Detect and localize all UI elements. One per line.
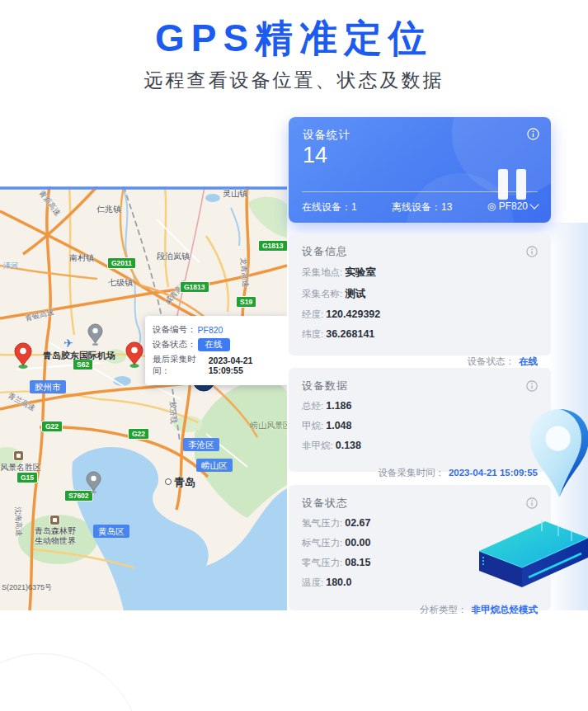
target-icon: ◎ bbox=[487, 200, 496, 212]
collect-time-value: 2023-04-21 15:09:55 bbox=[449, 468, 538, 478]
panel-title: 设备数据 bbox=[302, 379, 348, 393]
field-row: 经度:120.429392 bbox=[302, 308, 538, 321]
gray-pin-marker[interactable] bbox=[87, 323, 103, 346]
pause-icon[interactable] bbox=[498, 169, 526, 200]
basemap-graphic bbox=[0, 186, 287, 610]
info-icon[interactable] bbox=[527, 128, 539, 140]
field-row: 纬度:36.268141 bbox=[302, 328, 538, 341]
panel-footer: 设备状态：在线 bbox=[302, 348, 538, 368]
field-row: 总烃:1.186 bbox=[302, 400, 538, 412]
device-popup: 设备编号： PF820 设备状态： 在线 最后采集时间： 2023-04-21 … bbox=[145, 316, 287, 385]
device-status-value: 在线 bbox=[519, 356, 538, 366]
popup-device-no-row: 设备编号： PF820 bbox=[153, 324, 281, 336]
popup-device-no-label: 设备编号： bbox=[153, 324, 196, 336]
field-row: 采集地点:实验室 bbox=[302, 266, 538, 280]
field-row: 非甲烷:0.138 bbox=[302, 440, 538, 452]
panel-footer: 设备采集时间：2023-04-21 15:09:55 bbox=[302, 459, 538, 479]
panel-title: 设备信息 bbox=[302, 244, 348, 259]
red-pin-marker[interactable] bbox=[14, 342, 32, 369]
device-info-panel: 设备信息 采集地点:实验室 采集名称:测试 经度:120.429392 纬度:3… bbox=[289, 233, 551, 356]
panel-title: 设备状态 bbox=[302, 496, 348, 511]
info-icon[interactable] bbox=[526, 380, 538, 392]
popup-time-value: 2023-04-21 15:09:55 bbox=[209, 356, 281, 375]
zoo-poi-icon bbox=[49, 515, 60, 525]
device-data-panel: 设备数据 总烃:1.186 甲烷:1.048 非甲烷:0.138 设备采集时间：… bbox=[289, 368, 551, 472]
field-row: 甲烷:1.048 bbox=[302, 420, 538, 432]
card-divider bbox=[302, 191, 538, 192]
map-canvas[interactable]: 青新高速 青银高速 威青高速 龙青高速 青兰高速 沈海高速 胶济线 仁兆镇 南村… bbox=[0, 186, 287, 610]
field-row: 采集名称:测试 bbox=[302, 287, 538, 301]
stats-footer: 在线设备：1 离线设备：13 ◎ PF820 bbox=[302, 200, 538, 214]
background-arc bbox=[0, 653, 142, 711]
popup-time-row: 最后采集时间： 2023-04-21 15:09:55 bbox=[153, 354, 281, 377]
info-icon[interactable] bbox=[526, 246, 538, 257]
location-pin-graphic bbox=[529, 401, 588, 525]
stats-card-title: 设备统计 bbox=[303, 128, 350, 143]
popup-time-label: 最后采集时间： bbox=[153, 354, 207, 377]
red-pin-marker[interactable] bbox=[125, 341, 143, 368]
popup-device-no-value[interactable]: PF820 bbox=[198, 325, 223, 335]
page: GPS精准定位 远程查看设备位置、状态及数据 bbox=[0, 0, 588, 711]
gray-pin-marker[interactable] bbox=[86, 471, 101, 493]
device-stats-card: 设备统计 14 在线设备：1 离线设备：13 ◎ PF820 bbox=[289, 117, 551, 223]
device-box-graphic bbox=[473, 516, 588, 595]
page-title: GPS精准定位 bbox=[0, 13, 588, 64]
page-subtitle: 远程查看设备位置、状态及数据 bbox=[0, 68, 588, 93]
offline-devices: 离线设备：13 bbox=[392, 200, 452, 214]
popup-status-row: 设备状态： 在线 bbox=[153, 338, 281, 351]
device-selector[interactable]: ◎ PF820 bbox=[487, 200, 538, 214]
device-count: 14 bbox=[303, 143, 327, 168]
online-devices: 在线设备：1 bbox=[302, 200, 357, 214]
chevron-down-icon bbox=[529, 200, 539, 209]
analysis-type-value: 非甲烷总烃模式 bbox=[472, 605, 539, 614]
popup-status-badge: 在线 bbox=[198, 338, 230, 351]
popup-status-label: 设备状态： bbox=[153, 339, 196, 351]
panel-footer: 分析类型：非甲烷总烃模式 bbox=[302, 596, 538, 616]
scenic-poi-icon bbox=[13, 450, 24, 461]
